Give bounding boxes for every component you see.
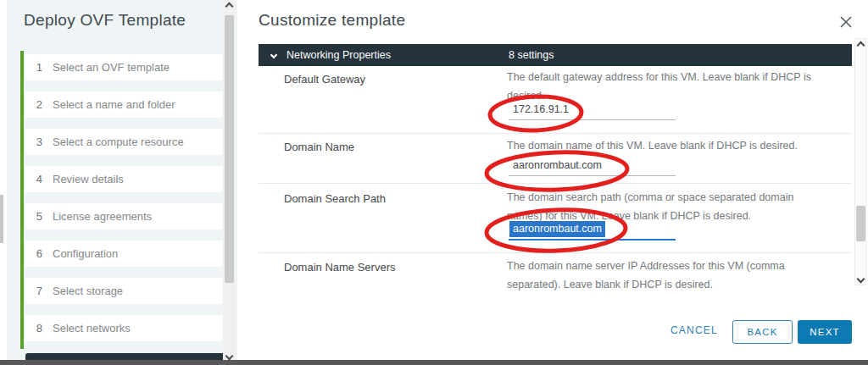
property-label: Domain Name Servers (284, 261, 396, 274)
background-panel-edge (0, 195, 3, 243)
wizard-sidebar: Deploy OVF Template 1 Select an OVF temp… (7, 0, 237, 365)
step-review-details[interactable]: 4 Review details (25, 166, 224, 192)
chevron-down-icon (270, 52, 277, 58)
step-label: Select an OVF template (53, 61, 170, 74)
step-number: 1 (25, 61, 42, 74)
step-configuration[interactable]: 6 Configuration (25, 241, 224, 267)
step-number: 8 (25, 322, 42, 335)
row-domain-name-servers: Domain Name Servers The domain name serv… (259, 253, 852, 304)
domain-name-input[interactable] (509, 158, 676, 176)
close-icon[interactable] (836, 12, 856, 32)
default-gateway-input[interactable] (509, 102, 676, 120)
back-button[interactable]: BACK (732, 320, 793, 344)
step-select-ovf-template[interactable]: 1 Select an OVF template (25, 54, 224, 80)
row-default-gateway: Default Gateway The default gateway addr… (259, 66, 852, 134)
step-select-networks[interactable]: 8 Select networks (25, 315, 224, 341)
scrollbar-thumb[interactable] (225, 15, 234, 283)
step-license-agreements[interactable]: 5 License agreements (25, 203, 224, 230)
properties-table: Default Gateway The default gateway addr… (259, 66, 852, 304)
property-label: Default Gateway (284, 73, 365, 86)
domain-search-path-input[interactable]: aaronrombaut.com (509, 223, 676, 241)
section-label: Networking Properties (287, 49, 391, 61)
page-title: Customize template (259, 11, 405, 30)
step-label: Select networks (53, 322, 131, 335)
step-number: 3 (25, 135, 42, 148)
row-domain-name: Domain Name The domain name of this VM. … (259, 134, 852, 184)
content-scrollbar[interactable] (854, 38, 866, 285)
step-number: 2 (25, 98, 42, 111)
step-select-compute-resource[interactable]: 3 Select a compute resource (25, 129, 224, 155)
scroll-up-icon[interactable] (854, 39, 866, 52)
property-description: The domain name server IP Addresses for … (507, 257, 814, 294)
wizard-steps: 1 Select an OVF template 2 Select a name… (25, 54, 224, 341)
section-settings-count: 8 settings (509, 49, 554, 61)
property-description: The domain search path (comma or space s… (507, 188, 814, 225)
window-bottom-edge (0, 360, 868, 365)
cancel-button[interactable]: CANCEL (670, 324, 718, 336)
row-domain-search-path: Domain Search Path The domain search pat… (259, 184, 852, 253)
section-header-networking-properties[interactable]: Networking Properties 8 settings (259, 44, 852, 66)
step-label: Configuration (53, 247, 118, 260)
step-label: License agreements (53, 210, 152, 223)
sidebar-scrollbar[interactable] (223, 0, 236, 365)
wizard-title: Deploy OVF Template (24, 11, 186, 30)
step-number: 6 (25, 247, 42, 260)
step-label: Review details (53, 173, 124, 185)
next-button[interactable]: NEXT (798, 320, 852, 344)
step-label: Select storage (53, 285, 123, 297)
property-label: Domain Search Path (284, 192, 386, 205)
property-label: Domain Name (284, 141, 354, 153)
scroll-up-icon[interactable] (223, 0, 236, 13)
scrollbar-thumb[interactable] (856, 206, 865, 241)
step-select-name-folder[interactable]: 2 Select a name and folder (25, 91, 224, 118)
selected-text: aaronrombaut.com (509, 221, 605, 237)
property-description: The domain name of this VM. Leave blank … (507, 136, 798, 155)
step-label: Select a name and folder (53, 98, 175, 111)
step-select-storage[interactable]: 7 Select storage (25, 278, 224, 304)
step-number: 5 (25, 210, 42, 223)
step-number: 4 (25, 173, 42, 185)
property-description: The default gateway address for this VM.… (507, 68, 850, 105)
scroll-down-icon[interactable] (854, 273, 866, 285)
progress-bar (20, 51, 24, 349)
step-label: Select a compute resource (53, 135, 184, 148)
step-number: 7 (25, 285, 42, 297)
